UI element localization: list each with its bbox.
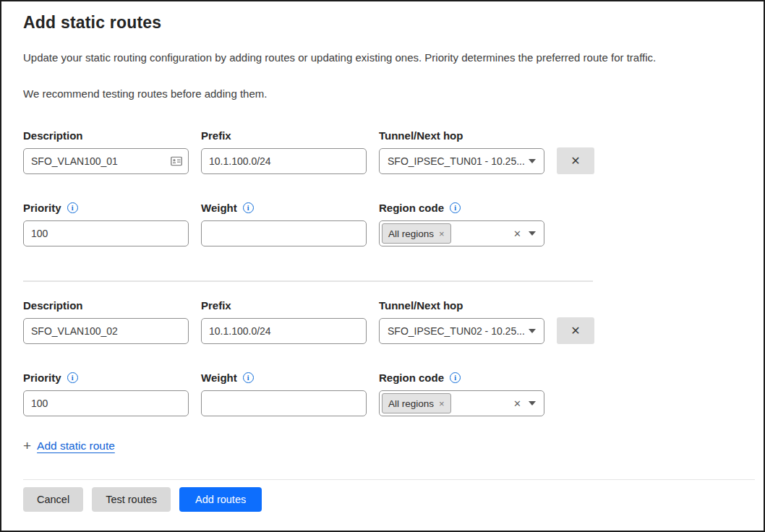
priority-label: Priority: [23, 202, 61, 214]
region-chip-label: All regions: [388, 398, 434, 409]
remove-route-button[interactable]: ✕: [557, 317, 594, 344]
tunnel-select[interactable]: SFO_IPSEC_TUN01 - 10.25...: [379, 148, 544, 174]
page-title: Add static routes: [23, 13, 742, 33]
info-icon[interactable]: i: [243, 372, 254, 383]
recommendation-text: We recommend testing routes before addin…: [23, 87, 742, 100]
route-group-2: Description Prefix Tunnel/Next hop SFO_I…: [23, 299, 742, 416]
info-icon[interactable]: i: [450, 202, 461, 213]
route-group-1: Description Prefix: [23, 129, 742, 246]
info-icon[interactable]: i: [450, 372, 461, 383]
chevron-down-icon: [529, 329, 536, 333]
chevron-down-icon: [529, 159, 536, 163]
description-label: Description: [23, 299, 83, 312]
info-icon[interactable]: i: [243, 202, 254, 213]
chip-close-icon[interactable]: ×: [439, 399, 445, 408]
add-static-routes-dialog: Add static routes Update your static rou…: [1, 1, 764, 452]
tunnel-next-hop-label: Tunnel/Next hop: [379, 129, 463, 142]
region-chip[interactable]: All regions ×: [382, 223, 451, 244]
add-static-route-link[interactable]: Add static route: [37, 439, 115, 452]
priority-input[interactable]: [23, 390, 189, 416]
plus-icon: +: [23, 439, 31, 452]
tunnel-select-value: SFO_IPSEC_TUN02 - 10.25...: [388, 325, 525, 337]
footer-actions: Cancel Test routes Add routes: [1, 480, 764, 512]
priority-input[interactable]: [23, 220, 189, 246]
cancel-button[interactable]: Cancel: [23, 487, 83, 512]
intro-text: Update your static routing configuration…: [23, 51, 742, 64]
weight-input[interactable]: [201, 220, 367, 246]
contact-card-icon: [171, 157, 182, 166]
weight-label: Weight: [201, 202, 237, 214]
info-icon[interactable]: i: [67, 372, 78, 383]
close-icon: ✕: [570, 325, 580, 337]
region-chip-label: All regions: [388, 228, 434, 239]
test-routes-button[interactable]: Test routes: [92, 487, 171, 512]
region-code-label: Region code: [379, 372, 444, 384]
description-input[interactable]: [23, 318, 189, 344]
chevron-down-icon: [529, 401, 536, 406]
chevron-down-icon: [529, 231, 536, 236]
chip-close-icon[interactable]: ×: [439, 229, 445, 239]
prefix-input[interactable]: [201, 318, 367, 344]
close-icon: ✕: [570, 155, 580, 167]
add-routes-button[interactable]: Add routes: [179, 487, 262, 512]
region-select[interactable]: All regions × ✕: [379, 390, 544, 416]
tunnel-select[interactable]: SFO_IPSEC_TUN02 - 10.25...: [379, 318, 544, 344]
remove-route-button[interactable]: ✕: [557, 147, 594, 174]
clear-selection-icon[interactable]: ✕: [513, 229, 521, 239]
prefix-label: Prefix: [201, 129, 231, 142]
info-icon[interactable]: i: [67, 202, 78, 213]
route-group-divider: [23, 280, 593, 282]
clear-selection-icon[interactable]: ✕: [513, 399, 521, 408]
tunnel-select-value: SFO_IPSEC_TUN01 - 10.25...: [388, 155, 525, 167]
description-input[interactable]: [23, 148, 189, 174]
prefix-label: Prefix: [201, 299, 231, 312]
weight-input[interactable]: [201, 390, 367, 416]
tunnel-next-hop-label: Tunnel/Next hop: [379, 299, 463, 312]
prefix-input[interactable]: [201, 148, 367, 174]
region-chip[interactable]: All regions ×: [382, 393, 451, 413]
region-code-label: Region code: [379, 202, 444, 214]
weight-label: Weight: [201, 372, 237, 384]
region-select[interactable]: All regions × ✕: [379, 220, 544, 246]
priority-label: Priority: [23, 372, 61, 384]
description-label: Description: [23, 129, 83, 142]
